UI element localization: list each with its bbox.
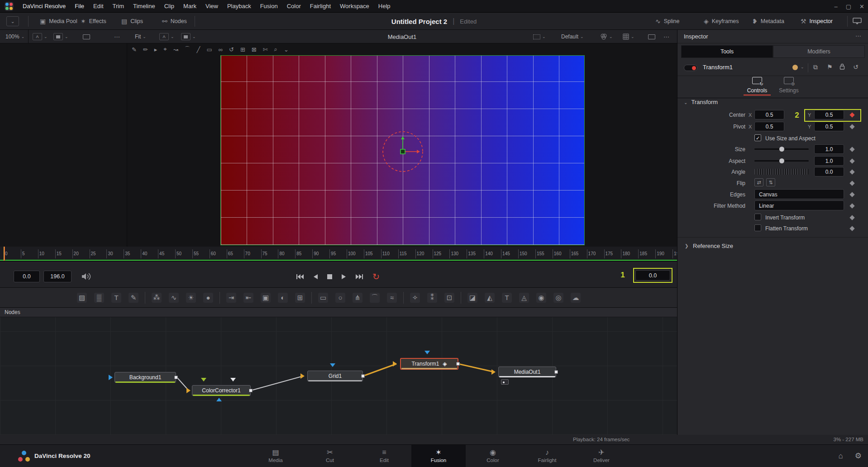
invert-transform-checkbox[interactable]	[754, 214, 761, 220]
color-curves-node-icon[interactable]: ∿	[169, 293, 179, 303]
node-colorcorrector1[interactable]: ColorCorrector1	[192, 385, 251, 396]
in-point-field[interactable]: 0.0	[14, 271, 40, 282]
lut-select[interactable]: Default⌄	[561, 30, 584, 43]
left-view-button[interactable]: ⌄	[53, 30, 68, 43]
flip-horizontal-button[interactable]: ⇄	[754, 178, 763, 186]
page-deliver[interactable]: ✈Deliver	[574, 445, 629, 467]
node-grid1[interactable]: Grid1	[307, 371, 363, 381]
colorcorrector1-mask-input[interactable]	[201, 378, 206, 381]
angle-field[interactable]: 0.0	[814, 167, 844, 176]
menu-workspace[interactable]: Workspace	[335, 0, 374, 13]
transform1-top-input[interactable]	[424, 351, 430, 354]
keyframe-diamond-flip[interactable]	[849, 181, 854, 186]
text-node-icon[interactable]: T	[111, 293, 121, 303]
viewer-image[interactable]	[220, 55, 585, 245]
colorcorrector1-input[interactable]	[186, 388, 191, 393]
edges-dropdown[interactable]: Canvas⌄	[754, 189, 844, 199]
particle-render-node-icon[interactable]: ⊡	[444, 293, 454, 303]
angle-thumbwheel[interactable]	[754, 169, 809, 175]
proxy-button[interactable]: ⌄	[533, 30, 546, 43]
grid1-top-input[interactable]	[330, 363, 335, 367]
menu-color[interactable]: Color	[282, 0, 305, 13]
chevron-down-icon[interactable]: ⌄	[801, 65, 804, 69]
background-node-icon[interactable]: ▨	[77, 293, 87, 303]
tab-modifiers[interactable]: Modifiers	[773, 45, 865, 58]
menu-trim[interactable]: Trim	[108, 0, 129, 13]
pin-icon[interactable]: ⚑	[827, 63, 833, 71]
transform1-output[interactable]	[456, 362, 460, 366]
subtab-settings[interactable]: ⚙ Settings	[775, 77, 802, 94]
clips-button[interactable]: ▤Clips	[121, 13, 143, 30]
shape-3d-node-icon[interactable]: ◭	[485, 293, 495, 303]
camera-3d-node-icon[interactable]: ◉	[536, 293, 546, 303]
text-3d-node-icon[interactable]: T	[502, 293, 512, 303]
pointer-tool-icon[interactable]: ▸	[154, 46, 157, 53]
keyframe-diamond-flatten[interactable]	[849, 226, 854, 231]
menu-fusion[interactable]: Fusion	[256, 0, 282, 13]
pen-add-tool-icon[interactable]: ✎	[132, 46, 137, 53]
delete-point-tool-icon[interactable]: ⊠	[252, 46, 257, 53]
page-color[interactable]: ◉Color	[466, 445, 520, 467]
size-field[interactable]: 1.0	[814, 144, 844, 154]
rotate-tool-icon[interactable]: ↺	[229, 46, 234, 53]
insert-point-tool-icon[interactable]: ⊞	[240, 46, 245, 53]
grid-overlay-button[interactable]: ⌄	[623, 30, 634, 43]
step-back-button[interactable]	[313, 274, 318, 280]
copy-icon[interactable]: ⧉	[813, 63, 818, 71]
keyframe-diamond-filter[interactable]	[849, 203, 854, 208]
colorcorrector1-bottom-input[interactable]	[216, 398, 222, 401]
spotlight-3d-node-icon[interactable]: ◎	[553, 293, 563, 303]
background1-output[interactable]	[174, 376, 178, 379]
last-frame-button[interactable]	[356, 274, 363, 280]
polygon-mask-node-icon[interactable]: ⋔	[353, 293, 362, 303]
transform-center-widget[interactable]	[380, 128, 430, 178]
page-edit[interactable]: ≡Edit	[357, 445, 411, 467]
menu-view[interactable]: View	[201, 0, 223, 13]
maximize-button[interactable]: ▢	[846, 3, 851, 10]
node-enable-toggle[interactable]	[684, 65, 697, 71]
app-logo-icon[interactable]	[5, 2, 14, 11]
timeline-ruler[interactable]: 0510152025303540455055606570758085909510…	[0, 247, 677, 262]
matte-control-node-icon[interactable]: ◐	[278, 293, 288, 303]
colorcorrector1-aux-input[interactable]	[230, 378, 236, 381]
minimize-button[interactable]: –	[835, 3, 838, 10]
lock-icon[interactable]	[839, 63, 845, 71]
duration-field[interactable]: 196.0	[43, 271, 72, 282]
page-fairlight[interactable]: ♪Fairlight	[520, 445, 574, 467]
page-media[interactable]: ▤Media	[248, 445, 303, 467]
loop-button[interactable]: ↻	[372, 272, 380, 281]
loader-node-icon[interactable]: ⇥	[226, 293, 236, 303]
keyframe-diamond-pivot[interactable]	[849, 124, 854, 129]
keyframe-diamond-edges[interactable]	[849, 192, 854, 197]
aspect-slider[interactable]	[754, 160, 809, 162]
keyframe-diamond-aspect[interactable]	[849, 158, 854, 163]
left-channel-button[interactable]: A⌄	[33, 30, 48, 43]
node-background1[interactable]: Background1	[114, 372, 176, 383]
magnet-snap-tool-icon[interactable]: ⌖	[163, 46, 167, 53]
current-frame-field[interactable]: 0.0	[635, 270, 670, 281]
mediaout1-output[interactable]	[554, 370, 558, 374]
keyframe-diamond-invert[interactable]	[849, 215, 854, 220]
transform1-input[interactable]	[393, 361, 397, 367]
left-roi-button[interactable]	[83, 30, 90, 43]
menu-file[interactable]: File	[70, 0, 89, 13]
effects-button[interactable]: ✶Effects	[81, 13, 106, 30]
magnify-tool-icon[interactable]: ⌕	[274, 46, 277, 53]
size-slider[interactable]	[754, 148, 809, 150]
expand-tool-icon[interactable]: ⌄	[284, 46, 289, 53]
particle-spawn-node-icon[interactable]: ⁑	[427, 293, 437, 303]
fit-select[interactable]: Fit⌄	[135, 30, 146, 43]
blur-node-icon[interactable]: ⁂	[152, 293, 162, 303]
node-transform1[interactable]: Transform1 ◈	[400, 358, 458, 370]
view-button[interactable]: ⌄	[181, 30, 196, 43]
grid1-output[interactable]	[361, 374, 365, 378]
merge-3d-node-icon[interactable]: ◬	[519, 293, 529, 303]
merge-node-icon[interactable]: ▣	[261, 293, 271, 303]
colorcorrector1-output[interactable]	[249, 389, 253, 392]
gear-icon[interactable]: ⚙	[855, 451, 862, 461]
keyframe-diamond-angle[interactable]	[849, 169, 854, 174]
background1-input[interactable]	[109, 375, 113, 380]
pivot-y-field[interactable]: 0.5	[814, 122, 844, 131]
renderer-3d-node-icon[interactable]: ☁	[571, 293, 581, 303]
speaker-icon[interactable]	[81, 272, 91, 281]
